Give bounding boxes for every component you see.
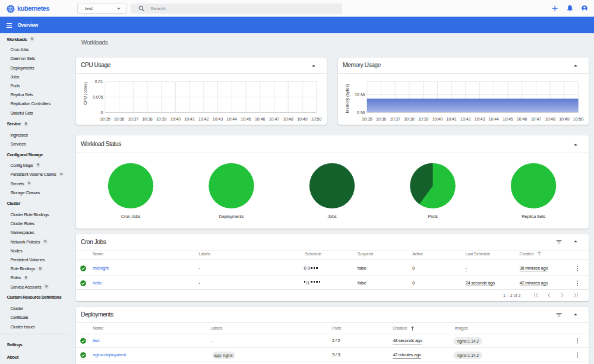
svg-text:10:38: 10:38 <box>404 117 415 121</box>
svg-text:10:43: 10:43 <box>213 117 223 121</box>
svg-text:10:48: 10:48 <box>283 117 293 121</box>
svg-text:10:38: 10:38 <box>142 117 153 121</box>
svg-text:10:44: 10:44 <box>489 117 500 121</box>
svg-text:10:44: 10:44 <box>227 117 238 121</box>
svg-text:10:41: 10:41 <box>184 117 195 121</box>
svg-text:10:46: 10:46 <box>255 117 266 121</box>
svg-text:10:46: 10:46 <box>517 117 527 121</box>
svg-text:10:45: 10:45 <box>241 117 251 121</box>
svg-text:CPU (cores): CPU (cores) <box>83 82 88 105</box>
svg-text:Memory (bytes): Memory (bytes) <box>345 84 350 113</box>
svg-text:10:50: 10:50 <box>311 117 322 121</box>
svg-text:10:49: 10:49 <box>297 117 308 121</box>
svg-text:10:40: 10:40 <box>432 117 443 121</box>
svg-text:10:43: 10:43 <box>475 117 485 121</box>
svg-text:10:36: 10:36 <box>114 117 125 121</box>
svg-text:10:41: 10:41 <box>446 117 457 121</box>
svg-text:10:48: 10:48 <box>545 117 555 121</box>
svg-text:0.01: 0.01 <box>95 80 103 84</box>
svg-text:10:45: 10:45 <box>503 117 513 121</box>
svg-text:10:35: 10:35 <box>100 117 110 121</box>
svg-text:0.005: 0.005 <box>93 95 103 99</box>
svg-text:10 Mi: 10 Mi <box>355 93 365 97</box>
svg-text:10:37: 10:37 <box>390 117 400 121</box>
svg-text:10:49: 10:49 <box>559 117 570 121</box>
svg-text:10:42: 10:42 <box>198 117 209 121</box>
svg-text:10:47: 10:47 <box>531 117 542 121</box>
svg-text:10:40: 10:40 <box>170 117 181 121</box>
svg-text:10:47: 10:47 <box>269 117 280 121</box>
svg-text:10:39: 10:39 <box>156 117 167 121</box>
svg-text:10:50: 10:50 <box>573 117 584 121</box>
svg-text:10:42: 10:42 <box>460 117 471 121</box>
svg-text:10:39: 10:39 <box>418 117 429 121</box>
svg-text:10:36: 10:36 <box>376 117 387 121</box>
svg-text:0: 0 <box>101 110 103 115</box>
svg-text:10:37: 10:37 <box>128 117 138 121</box>
svg-text:0 Mi: 0 Mi <box>357 110 365 115</box>
svg-text:10:35: 10:35 <box>362 117 372 121</box>
